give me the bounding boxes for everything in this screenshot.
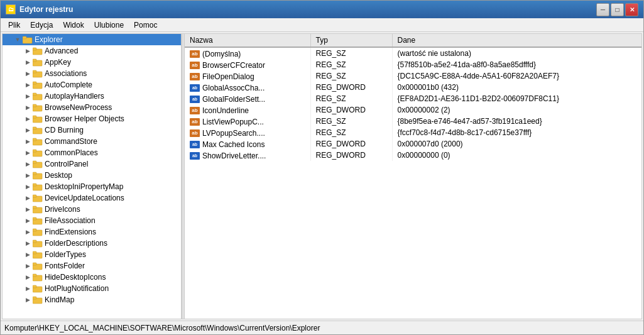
expand-icon[interactable]: ▼	[13, 35, 23, 45]
svg-rect-23	[33, 161, 36, 163]
menu-plik[interactable]: Plik	[3, 19, 25, 31]
tree-item-explorer[interactable]: ▼ Explorer	[3, 34, 181, 45]
tree-item-autoplayhandlers[interactable]: ▶ AutoplayHandlers	[3, 91, 181, 102]
expand-icon-controlpanel[interactable]: ▶	[23, 159, 33, 169]
svg-rect-9	[33, 82, 36, 84]
expand-icon-commandstore[interactable]: ▶	[23, 136, 33, 146]
tree-item-browsenewprocess[interactable]: ▶ BrowseNewProcess	[3, 102, 181, 113]
menu-edycja[interactable]: Edycja	[25, 19, 58, 31]
folder-icon-folderdescriptions	[33, 239, 43, 248]
tree-panel[interactable]: ▼ Explorer ▶	[3, 34, 182, 319]
col-header-type[interactable]: Typ	[310, 34, 392, 47]
svg-rect-37	[33, 240, 36, 243]
tree-item-cdburning[interactable]: ▶ CD Burning	[3, 124, 181, 136]
close-button[interactable]: ✕	[625, 3, 638, 16]
folder-icon-driveicons	[33, 205, 43, 214]
cell-type: REG_DWORD	[310, 138, 392, 150]
tree-item-driveicons[interactable]: ▶ DriveIcons	[3, 204, 181, 215]
expand-icon-commonplaces[interactable]: ▶	[23, 148, 33, 158]
tree-item-controlpanel[interactable]: ▶ ControlPanel	[3, 158, 181, 170]
tree-label-fontsfolder: FontsFolder	[45, 261, 85, 270]
col-header-name[interactable]: Nazwa	[185, 34, 310, 47]
tree-label-autocomplete: AutoComplete	[45, 80, 92, 89]
tree-label-explorer: Explorer	[35, 35, 63, 44]
tree-label-kindmap: KindMap	[45, 295, 74, 304]
cell-data: {fccf70c8-f4d7-4d8b-8c17-cd6715e37fff}	[392, 127, 641, 138]
expand-icon-advanced[interactable]: ▶	[23, 46, 33, 56]
tree-item-appkey[interactable]: ▶ AppKey	[3, 57, 181, 68]
expand-icon-browserhelperobjects[interactable]: ▶	[23, 114, 33, 124]
tree-item-desktopinipropertymap[interactable]: ▶ DesktopIniPropertyMap	[3, 181, 181, 192]
expand-icon-associations[interactable]: ▶	[23, 69, 33, 79]
minimize-button[interactable]: ─	[596, 3, 609, 16]
svg-rect-15	[33, 116, 36, 118]
expand-icon-desktopinipropertymap[interactable]: ▶	[23, 182, 33, 192]
expand-icon-hotplugnotification[interactable]: ▶	[23, 283, 33, 294]
table-row[interactable]: abMax Cached Icons REG_DWORD 0x000007d0 …	[185, 138, 641, 150]
menu-pomoc[interactable]: Pomoc	[129, 19, 162, 31]
maximize-button[interactable]: □	[611, 3, 624, 16]
table-row[interactable]: abLVPopupSearch.... REG_SZ {fccf70c8-f4d…	[185, 127, 641, 138]
menu-widok[interactable]: Widok	[58, 19, 89, 31]
expand-icon-findextensions[interactable]: ▶	[23, 227, 33, 237]
expand-icon-autoplayhandlers[interactable]: ▶	[23, 91, 33, 101]
ab-type-icon: ab	[190, 50, 200, 58]
table-row[interactable]: ab(Domyślna) REG_SZ (wartość nie ustalon…	[185, 47, 641, 59]
cell-data: {EF8AD2D1-AE36-11D1-B2D2-006097DF8C11}	[392, 93, 641, 104]
table-row[interactable]: abIconUnderline REG_DWORD 0x00000002 (2)	[185, 104, 641, 116]
status-bar: Komputer\HKEY_LOCAL_MACHINE\SOFTWARE\Mic…	[1, 321, 643, 334]
cell-type: REG_SZ	[310, 59, 392, 70]
folder-icon-associations	[33, 69, 43, 78]
tree-item-desktop[interactable]: ▶ Desktop	[3, 170, 181, 181]
expand-icon-foldertypes[interactable]: ▶	[23, 250, 33, 260]
tree-item-commonplaces[interactable]: ▶ CommonPlaces	[3, 147, 181, 158]
table-row[interactable]: abFileOpenDialog REG_SZ {DC1C5A9C-E88A-4…	[185, 70, 641, 82]
expand-icon-desktop[interactable]: ▶	[23, 170, 33, 180]
tree-label-driveicons: DriveIcons	[45, 205, 80, 214]
cell-name: abMax Cached Icons	[185, 138, 310, 150]
tree-item-browserhelperobjects[interactable]: ▶ Browser Helper Objects	[3, 113, 181, 124]
folder-icon-advanced	[33, 47, 43, 55]
table-row[interactable]: abShowDriveLetter.... REG_DWORD 0x000000…	[185, 150, 641, 161]
svg-rect-43	[33, 274, 36, 277]
menu-ulubione[interactable]: Ulubione	[89, 19, 129, 31]
table-row[interactable]: abGlobalAssocCha... REG_DWORD 0x000001b0…	[185, 82, 641, 93]
registry-table[interactable]: Nazwa Typ Dane ab(Domyślna) REG_SZ (wart…	[185, 34, 641, 319]
expand-icon-browsenewprocess[interactable]: ▶	[23, 102, 33, 113]
tree-item-hotplugnotification[interactable]: ▶ HotPlugNotification	[3, 283, 181, 294]
expand-icon-fontsfolder[interactable]: ▶	[23, 261, 33, 271]
table-row[interactable]: abListViewPopupC... REG_SZ {8be9f5ea-e74…	[185, 116, 641, 127]
col-header-data[interactable]: Dane	[392, 34, 641, 47]
cell-type: REG_DWORD	[310, 82, 392, 93]
tree-item-autocomplete[interactable]: ▶ AutoComplete	[3, 79, 181, 91]
tree-item-deviceupdatelocations[interactable]: ▶ DeviceUpdateLocations	[3, 192, 181, 204]
tree-item-advanced[interactable]: ▶ Advanced	[3, 45, 181, 57]
expand-icon-appkey[interactable]: ▶	[23, 57, 33, 67]
svg-rect-31	[33, 206, 36, 209]
cell-type: REG_SZ	[310, 70, 392, 82]
tree-item-hidedesktopicons[interactable]: ▶ HideDesktopIcons	[3, 272, 181, 283]
tree-item-commandstore[interactable]: ▶ CommandStore	[3, 136, 181, 147]
tree-item-findextensions[interactable]: ▶ FindExtensions	[3, 226, 181, 238]
expand-icon-hidedesktopicons[interactable]: ▶	[23, 272, 33, 282]
tree-item-folderdescriptions[interactable]: ▶ FolderDescriptions	[3, 238, 181, 249]
tree-item-associations[interactable]: ▶ Associations	[3, 68, 181, 79]
tree-label-advanced: Advanced	[45, 47, 78, 55]
expand-icon-folderdescriptions[interactable]: ▶	[23, 238, 33, 248]
cell-name: abListViewPopupC...	[185, 116, 310, 127]
tree-item-fileassociation[interactable]: ▶ FileAssociation	[3, 215, 181, 226]
tree-item-kindmap[interactable]: ▶ KindMap	[3, 294, 181, 305]
folder-icon-browsenewprocess	[33, 103, 43, 112]
expand-icon-deviceupdatelocations[interactable]: ▶	[23, 193, 33, 203]
expand-icon-cdburning[interactable]: ▶	[23, 125, 33, 135]
expand-icon-kindmap[interactable]: ▶	[23, 295, 33, 305]
table-row[interactable]: abGlobalFolderSett... REG_SZ {EF8AD2D1-A…	[185, 93, 641, 104]
tree-item-foldertypes[interactable]: ▶ FolderTypes	[3, 249, 181, 260]
tree-item-fontsfolder[interactable]: ▶ FontsFolder	[3, 260, 181, 272]
expand-icon-fileassociation[interactable]: ▶	[23, 216, 33, 226]
svg-rect-17	[33, 127, 36, 129]
expand-icon-autocomplete[interactable]: ▶	[23, 80, 33, 90]
expand-icon-driveicons[interactable]: ▶	[23, 204, 33, 214]
cell-type: REG_SZ	[310, 116, 392, 127]
table-row[interactable]: abBrowserCFCreator REG_SZ {57f8510b-a5e2…	[185, 59, 641, 70]
